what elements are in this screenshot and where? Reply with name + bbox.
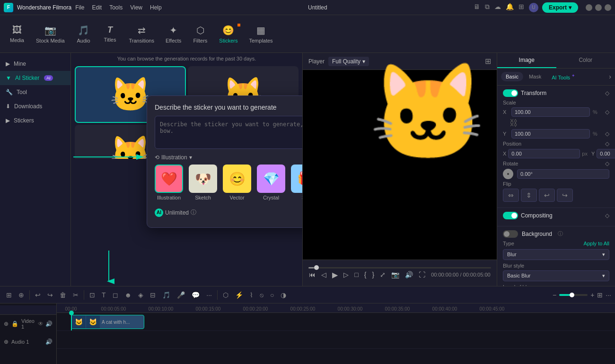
subtab-ai-tools[interactable]: AI Tools ✦ (547, 71, 580, 82)
style-3d[interactable]: 🎁 3D (291, 165, 303, 200)
tool-effects[interactable]: ✦ Effects (161, 22, 186, 46)
subtab-basic[interactable]: Basic (501, 72, 523, 81)
tl-crop-button[interactable]: ⊡ (87, 289, 97, 301)
rotate-dial[interactable] (503, 169, 513, 179)
tl-speed-button[interactable]: ⚡ (233, 289, 246, 301)
tl-zoom-out[interactable]: − (553, 291, 556, 299)
flip-r2-button[interactable]: ↪ (557, 189, 573, 202)
tl-redo-button[interactable]: ↪ (45, 289, 55, 301)
flip-h-button[interactable]: ⇔ (503, 189, 519, 202)
tl-effect-button[interactable]: ◈ (136, 289, 146, 301)
tl-undo-button[interactable]: ↩ (33, 289, 43, 301)
close-button[interactable] (605, 4, 611, 11)
tool-templates[interactable]: ▦ Templates (244, 22, 277, 46)
video-clip[interactable]: 🐱 🐱 A cat with h... (71, 315, 144, 329)
snapshot-button[interactable]: 📷 (391, 271, 399, 278)
export-button[interactable]: Export ▾ (542, 2, 578, 13)
left-panel-stickers[interactable]: ▶ Stickers (0, 113, 70, 128)
track-video1-lock[interactable]: 🔒 (11, 321, 18, 327)
progress-bar[interactable] (303, 267, 497, 269)
tool-audio[interactable]: 🎵 Audio (71, 22, 96, 46)
tool-stickers[interactable]: 😊 Stickers (214, 22, 242, 46)
style-illustration[interactable]: ❤️ Illustration (155, 165, 183, 200)
audio-btn[interactable]: 🔊 (405, 271, 413, 278)
subtabs-scroll-right[interactable]: › (609, 73, 611, 80)
generate-input[interactable] (155, 116, 303, 149)
style-selector[interactable]: ⟲ Illustration ▾ (155, 154, 192, 161)
tl-overflow-button[interactable]: ··· (606, 291, 611, 299)
scale-x-input[interactable] (511, 107, 590, 117)
tl-zoom-track[interactable] (559, 294, 588, 296)
track-audio1-audio[interactable]: 🔊 (45, 338, 53, 345)
frame-back-button[interactable]: ◁ (321, 271, 326, 278)
quality-select[interactable]: Full Quality ▾ (328, 57, 369, 66)
tl-mask-button[interactable]: ◻ (110, 289, 121, 301)
icon-monitor[interactable]: 🖥 (474, 3, 480, 12)
icon-copy[interactable]: ⧉ (485, 3, 490, 12)
tl-stabilize-button[interactable]: ⍉ (257, 289, 266, 301)
tl-audio-btn[interactable]: 🎵 (160, 289, 173, 301)
track-audio1-add[interactable]: ⊕ (4, 338, 9, 345)
left-panel-ai-sticker[interactable]: ▼ AI Sticker AI (0, 71, 70, 85)
menu-tools[interactable]: Tools (109, 4, 123, 11)
info-icon[interactable]: ⓘ (191, 208, 196, 217)
transform-keyframe[interactable]: ◇ (605, 90, 609, 96)
tl-zoom-thumb[interactable] (570, 293, 574, 297)
fullscreen-button[interactable]: ⛶ (419, 271, 425, 278)
rotate-keyframe[interactable]: ◇ (605, 160, 609, 167)
play-button[interactable]: ▶ (332, 270, 338, 279)
scale-y-keyframe[interactable]: ◇ (605, 130, 609, 137)
style-crystal[interactable]: 💎 Crystal (257, 165, 285, 200)
tl-motion-button[interactable]: ⊟ (148, 289, 158, 301)
icon-apps[interactable]: ⊞ (518, 3, 524, 12)
tool-media[interactable]: 🖼 Media (5, 22, 29, 46)
tl-sticker-button[interactable]: ☻ (123, 289, 134, 301)
apply-all-button[interactable]: Apply to All (584, 241, 609, 246)
tl-delete-button[interactable]: 🗑 (57, 289, 69, 301)
style-sketch[interactable]: 🐶 Sketch (189, 165, 217, 200)
tl-voice-button[interactable]: 🎤 (175, 289, 187, 301)
transform-toggle[interactable] (503, 89, 518, 97)
progress-thumb[interactable] (314, 265, 319, 270)
playhead[interactable] (71, 313, 72, 330)
flip-v-button[interactable]: ⇕ (521, 189, 537, 202)
minimize-button[interactable] (586, 4, 592, 11)
flip-r1-button[interactable]: ↩ (539, 189, 555, 202)
mark-out-button[interactable]: } (372, 271, 375, 278)
tl-text-button[interactable]: T (99, 289, 108, 301)
mark-in-button[interactable]: { (364, 271, 367, 278)
background-toggle[interactable] (503, 230, 518, 238)
track-video1-eye[interactable]: 👁 (38, 321, 44, 327)
blur-style-select[interactable]: Basic Blur ▾ (503, 270, 609, 281)
tl-curve-button[interactable]: ⌇ (247, 289, 255, 301)
menu-help[interactable]: Help (150, 4, 162, 11)
tl-ai-button[interactable]: ⬡ (220, 289, 231, 301)
tl-magnet-button[interactable]: ⊕ (16, 289, 26, 301)
tl-caption-button[interactable]: 💬 (189, 289, 202, 301)
scale-y-input[interactable] (511, 129, 590, 139)
track-video1-add[interactable]: ⊕ (4, 321, 9, 327)
tl-3d-button[interactable]: ◑ (278, 289, 289, 301)
style-vector[interactable]: 😊 Vector (223, 165, 251, 200)
tl-cut-button[interactable]: ✂ (70, 289, 81, 301)
menu-file[interactable]: File (75, 4, 84, 11)
tool-transitions[interactable]: ⇄ Transitions (124, 22, 159, 46)
track-video1-audio[interactable]: 🔊 (45, 321, 53, 327)
position-keyframe[interactable]: ◇ (605, 140, 609, 147)
left-panel-tool[interactable]: 🔧 Tool (0, 85, 70, 99)
compositing-toggle[interactable] (503, 212, 518, 219)
tab-image[interactable]: Image (497, 53, 556, 68)
pos-x-input[interactable] (508, 149, 580, 158)
tl-zoom-in[interactable]: + (590, 291, 594, 299)
avatar[interactable]: U (529, 3, 538, 12)
subtab-mask[interactable]: Mask (524, 72, 546, 81)
menu-edit[interactable]: Edit (92, 4, 102, 11)
pos-y-input[interactable] (597, 149, 615, 158)
tl-split-button[interactable]: ⊞ (4, 289, 14, 301)
tool-stock-media[interactable]: 📷 Stock Media (31, 22, 70, 46)
compositing-keyframe[interactable]: ◇ (605, 212, 609, 219)
maximize-button[interactable] (595, 4, 602, 11)
icon-bell[interactable]: 🔔 (506, 3, 514, 12)
left-panel-downloads[interactable]: ⬇ Downloads (0, 99, 70, 113)
menu-view[interactable]: View (130, 4, 142, 11)
